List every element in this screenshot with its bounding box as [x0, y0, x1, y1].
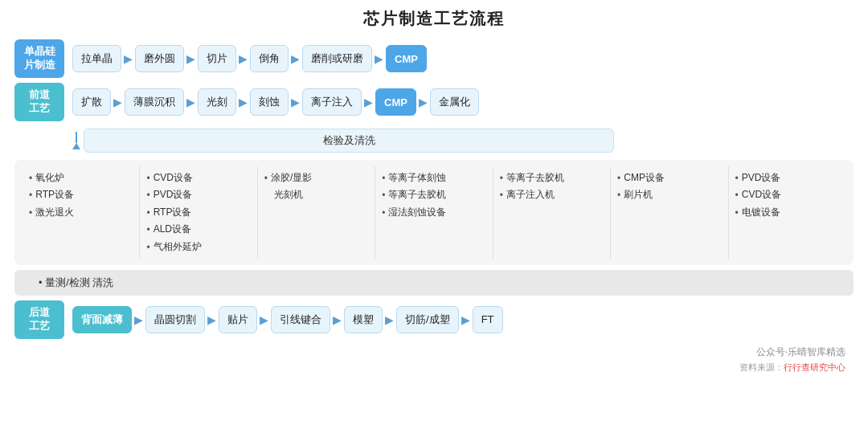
equip-item: •PVD设备 — [146, 186, 250, 203]
arrow-f3: ▶ — [239, 96, 248, 108]
equip-item: •CVD设备 — [735, 186, 839, 203]
arrow-b1: ▶ — [134, 313, 143, 326]
equip-item: •CMP设备 — [617, 170, 721, 186]
arrow-b2: ▶ — [207, 313, 216, 326]
source-name: 行行查研究中心 — [784, 362, 845, 372]
measure-bar: • 量测/检测 清洗 — [14, 270, 854, 296]
step-lithography: 光刻 — [198, 88, 236, 116]
arrow-f1: ▶ — [113, 96, 122, 108]
equip-col-7: •PVD设备 •CVD设备 •电镀设备 — [729, 166, 845, 259]
step-molding: 模塑 — [344, 306, 383, 333]
feedback-arrow — [72, 132, 80, 149]
equip-item: 光刻机 — [264, 186, 368, 202]
step-grind-outer: 磨外圆 — [135, 45, 184, 72]
arrow-5: ▶ — [375, 52, 383, 65]
arrow-b4: ▶ — [333, 313, 342, 326]
step-cmp-front: CMP — [375, 88, 416, 116]
source-label: 资料来源：行行查研究中心 — [739, 362, 845, 372]
watermark-area: 公众号·乐晴智库精选 资料来源：行行查研究中心 — [14, 344, 854, 374]
equip-item: •离子注入机 — [500, 186, 604, 203]
single-crystal-flow: 拉单晶 ▶ 磨外圆 ▶ 切片 ▶ 倒角 ▶ 磨削或研磨 ▶ CMP — [72, 45, 427, 72]
inspection-section: 检验及清洗 — [72, 126, 854, 155]
equip-item: •等离子体刻蚀 — [382, 170, 485, 186]
arrow-f5: ▶ — [364, 96, 373, 108]
equip-col-5: •等离子去胶机 •离子注入机 — [493, 166, 611, 259]
arrow-f2: ▶ — [186, 96, 195, 108]
arrow-4: ▶ — [291, 52, 300, 65]
equip-item: •激光退火 — [29, 204, 133, 221]
account-label: 公众号·乐晴智库精选 — [756, 346, 845, 357]
step-ion-implant: 离子注入 — [302, 88, 362, 116]
front-end-flow: 扩散 ▶ 薄膜沉积 ▶ 光刻 ▶ 刻蚀 ▶ 离子注入 ▶ CMP ▶ 金属化 — [72, 88, 479, 116]
step-slice: 切片 — [198, 45, 236, 72]
equip-item: •ALD设备 — [146, 221, 250, 238]
step-etch: 刻蚀 — [250, 88, 289, 116]
equip-item: •气相外延炉 — [146, 239, 250, 255]
step-trim-form: 切筋/成塑 — [396, 306, 459, 333]
equipment-section: •氧化炉 •RTP设备 •激光退火 •CVD设备 •PVD设备 •RTP设备 •… — [14, 160, 854, 265]
step-bevel: 倒角 — [250, 45, 289, 72]
equip-item: •等离子去胶机 — [500, 170, 604, 186]
step-ft: FT — [473, 306, 503, 333]
step-backside-thin: 背面减薄 — [72, 306, 132, 333]
arrow-b3: ▶ — [260, 313, 268, 326]
equip-col-2: •CVD设备 •PVD设备 •RTP设备 •ALD设备 •气相外延炉 — [140, 166, 257, 259]
arrow-f6: ▶ — [419, 96, 428, 108]
equip-col-4: •等离子体刻蚀 •等离子去胶机 •湿法刻蚀设备 — [375, 166, 493, 259]
step-pull-crystal: 拉单晶 — [72, 45, 121, 72]
step-grind-polish: 磨削或研磨 — [302, 45, 372, 72]
arrow-b5: ▶ — [385, 313, 394, 326]
inspection-bar-container: 检验及清洗 — [84, 126, 614, 155]
equip-item: •湿法刻蚀设备 — [382, 204, 485, 221]
arrow-2: ▶ — [186, 52, 195, 65]
equip-item: •PVD设备 — [735, 170, 839, 186]
single-crystal-row: 单晶硅片制造 拉单晶 ▶ 磨外圆 ▶ 切片 ▶ 倒角 ▶ 磨削或研磨 ▶ CMP — [14, 39, 854, 78]
inspection-bar: 检验及清洗 — [84, 129, 614, 153]
step-metallization: 金属化 — [430, 88, 479, 116]
step-wire-bond: 引线键合 — [271, 306, 330, 333]
step-diffusion: 扩散 — [72, 88, 111, 116]
step-cmp-single: CMP — [386, 45, 427, 72]
single-crystal-label: 单晶硅片制造 — [14, 39, 64, 78]
equip-item: •RTP设备 — [146, 204, 250, 221]
back-end-flow: 背面减薄 ▶ 晶圆切割 ▶ 贴片 ▶ 引线键合 ▶ 模塑 ▶ 切筋/成塑 ▶ F… — [72, 306, 503, 333]
step-wafer-dice: 晶圆切割 — [145, 306, 205, 333]
equip-item: •等离子去胶机 — [382, 186, 485, 203]
equip-item: •RTP设备 — [29, 186, 133, 203]
arrow-b6: ▶ — [461, 313, 470, 326]
step-thin-film: 薄膜沉积 — [125, 88, 184, 116]
page-title: 芯片制造工艺流程 — [14, 8, 854, 30]
arrow-3: ▶ — [239, 52, 248, 65]
equip-item: •刷片机 — [617, 186, 721, 203]
equip-item: •氧化炉 — [29, 170, 133, 186]
equip-item: •电镀设备 — [735, 204, 839, 221]
equip-col-6: •CMP设备 •刷片机 — [611, 166, 728, 259]
front-end-label: 前道工艺 — [14, 83, 64, 121]
arrow-1: ▶ — [124, 52, 133, 65]
equip-item: •涂胶/显影 — [264, 170, 368, 186]
step-die-attach: 贴片 — [219, 306, 257, 333]
back-end-row: 后道工艺 背面减薄 ▶ 晶圆切割 ▶ 贴片 ▶ 引线键合 ▶ 模塑 ▶ 切筋/成… — [14, 300, 854, 339]
equip-item: •CVD设备 — [146, 170, 250, 186]
arrow-f4: ▶ — [291, 96, 300, 108]
equip-col-3: •涂胶/显影 光刻机 — [258, 166, 375, 259]
front-end-row: 前道工艺 扩散 ▶ 薄膜沉积 ▶ 光刻 ▶ 刻蚀 ▶ 离子注入 ▶ CMP ▶ … — [14, 83, 854, 121]
equip-col-1: •氧化炉 •RTP设备 •激光退火 — [23, 166, 140, 259]
back-end-label: 后道工艺 — [14, 300, 64, 339]
